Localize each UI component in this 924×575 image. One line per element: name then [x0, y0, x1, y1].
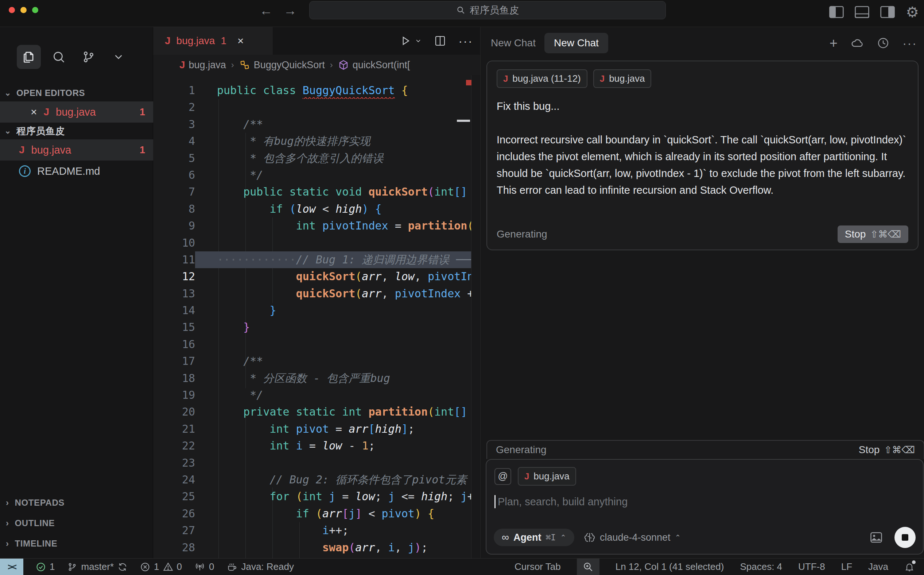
code-line-25[interactable]: 25 for (int j = low; j <= high; j++: [153, 488, 480, 505]
file-tree-item-bug-java[interactable]: Jbug.java1: [0, 139, 153, 160]
breadcrumb-item[interactable]: quickSort(int[: [338, 59, 410, 71]
editor-more-actions-icon[interactable]: ···: [458, 34, 473, 48]
chat-tab-previous[interactable]: New Chat: [491, 37, 536, 49]
git-branch-status[interactable]: master*: [67, 561, 128, 572]
code-line-27[interactable]: 27 i++;: [153, 522, 480, 539]
input-context-pill[interactable]: J bug.java: [518, 467, 576, 486]
close-tab-icon[interactable]: ×: [238, 35, 244, 47]
stop-generating-button[interactable]: Stop ⇧⌘⌫: [838, 226, 908, 243]
code-line-6[interactable]: 6 */: [153, 167, 480, 184]
settings-gear-icon[interactable]: ⚙: [906, 4, 919, 21]
tab-bug-java[interactable]: J bug.java 1 ×: [153, 27, 273, 55]
indentation-status[interactable]: Spaces: 4: [740, 561, 782, 572]
code-line-13[interactable]: 13 quickSort(arr, pivotIndex +: [153, 285, 480, 302]
chat-tab-active[interactable]: New Chat: [544, 33, 608, 53]
file-tree-item-readme-md[interactable]: iREADME.md: [0, 160, 153, 182]
project-section-header[interactable]: ⌄ 程序员鱼皮: [0, 122, 153, 139]
toggle-panel-icon[interactable]: [855, 6, 869, 18]
attach-image-icon[interactable]: [870, 532, 883, 543]
stop-generating-button[interactable]: Stop ⇧⌘⌫: [859, 444, 915, 456]
history-forward-button[interactable]: →: [284, 3, 297, 18]
code-line-7[interactable]: 7 public static void quickSort(int[] arr: [153, 184, 480, 200]
explorer-icon[interactable]: [17, 45, 41, 69]
agent-mode-selector[interactable]: ∞ Agent ⌘I ⌃: [494, 529, 574, 546]
cursor-tab-status[interactable]: Cursor Tab: [515, 561, 561, 572]
code-line-4[interactable]: 4 * 有bug的快速排序实现: [153, 133, 480, 149]
breadcrumb-item[interactable]: BuggyQuickSort: [239, 59, 325, 71]
eol-status[interactable]: LF: [841, 561, 852, 572]
history-back-button[interactable]: ←: [260, 3, 273, 18]
check-circle-icon: [36, 562, 46, 572]
split-editor-icon[interactable]: [434, 35, 446, 47]
code-line-23[interactable]: 23: [153, 454, 480, 472]
context-pill[interactable]: Jbug.java (11-12): [497, 69, 588, 88]
chat-input-card[interactable]: @ J bug.java Plan, search, build anythin…: [486, 459, 924, 554]
context-pill[interactable]: Jbug.java: [593, 69, 651, 88]
remote-indicator[interactable]: ><: [0, 559, 23, 575]
close-window-button[interactable]: [9, 7, 15, 13]
problems-status[interactable]: 1 0: [140, 561, 182, 572]
code-editor[interactable]: 1public class BuggyQuickSort {23 /**4 * …: [153, 75, 480, 558]
code-line-10[interactable]: 10: [153, 235, 480, 251]
history-icon[interactable]: [877, 37, 889, 49]
code-line-28[interactable]: 28 swap(arr, i, j);: [153, 539, 480, 556]
code-line-14[interactable]: 14 }: [153, 302, 480, 319]
toggle-primary-sidebar-icon[interactable]: [829, 6, 844, 18]
code-line-24[interactable]: 24 // Bug 2: 循环条件包含了pivot元素: [153, 472, 480, 488]
sidebar-section-notepads[interactable]: ›NOTEPADS: [0, 492, 153, 513]
command-center-search[interactable]: 程序员鱼皮: [309, 1, 666, 19]
editor-scrollbar[interactable]: [471, 75, 480, 558]
more-views-chevron-icon[interactable]: [106, 45, 130, 69]
cloud-icon[interactable]: [851, 38, 864, 49]
screencast-zoom-button[interactable]: [577, 559, 599, 575]
code-line-20[interactable]: 20 private static int partition(int[]: [153, 403, 480, 420]
open-editors-header[interactable]: ⌄ OPEN EDITORS: [0, 85, 153, 102]
code-line-15[interactable]: 15 }: [153, 319, 480, 336]
code-token: low: [322, 439, 342, 452]
code-line-9[interactable]: 9 int pivotIndex = partition(arr: [153, 218, 480, 234]
code-line-26[interactable]: 26 if (arr[j] < pivot) {: [153, 505, 480, 522]
search-view-icon[interactable]: [47, 45, 71, 69]
sidebar-section-outline[interactable]: ›OUTLINE: [0, 513, 153, 534]
code-line-19[interactable]: 19 */: [153, 387, 480, 403]
close-editor-icon[interactable]: ×: [31, 106, 37, 118]
open-editor-item[interactable]: ×Jbug.java1: [0, 102, 153, 122]
source-control-icon[interactable]: [76, 45, 101, 69]
code-line-22[interactable]: 22 int i = low - 1;: [153, 437, 480, 454]
language-mode-status[interactable]: Java: [868, 561, 888, 572]
new-chat-plus-icon[interactable]: +: [830, 35, 838, 51]
toggle-secondary-sidebar-icon[interactable]: [880, 6, 895, 18]
java-status[interactable]: Java: Ready: [227, 561, 294, 572]
code-line-2[interactable]: 2: [153, 99, 480, 116]
breadcrumb-item[interactable]: Jbug.java: [179, 59, 226, 71]
code-line-18[interactable]: 18 * 分区函数 - 包含严重bug: [153, 370, 480, 387]
zoom-window-button[interactable]: [32, 7, 38, 13]
add-context-button[interactable]: @: [494, 468, 511, 485]
code-token: swap: [217, 541, 349, 554]
chat-more-actions-icon[interactable]: ···: [902, 36, 917, 50]
code-token: public static void: [217, 185, 368, 198]
code-token: pivotIndex: [322, 219, 388, 232]
code-line-16[interactable]: 16: [153, 336, 480, 353]
code-line-8[interactable]: 8 if (low < high) {: [153, 201, 480, 218]
line-content: swap(arr, i, j);: [195, 539, 480, 556]
checks-status[interactable]: 1: [36, 561, 55, 572]
ports-status[interactable]: 0: [194, 561, 214, 572]
notifications-bell-icon[interactable]: [904, 562, 914, 572]
chat-input-field[interactable]: Plan, search, build anything: [494, 495, 915, 508]
code-line-1[interactable]: 1public class BuggyQuickSort {: [153, 82, 480, 99]
model-selector[interactable]: claude-4-sonnet ⌃: [584, 532, 681, 543]
sidebar-section-timeline[interactable]: ›TIMELINE: [0, 534, 153, 554]
run-button[interactable]: [400, 35, 422, 46]
code-line-3[interactable]: 3 /**: [153, 116, 480, 133]
code-line-17[interactable]: 17 /**: [153, 353, 480, 370]
code-line-5[interactable]: 5 * 包含多个故意引入的错误: [153, 150, 480, 167]
code-line-11[interactable]: 11············// Bug 1: 递归调用边界错误 ──────: [153, 251, 480, 268]
cursor-position-status[interactable]: Ln 12, Col 1 (41 selected): [615, 561, 724, 572]
code-line-12[interactable]: 12 quickSort(arr, low, pivotIndex: [153, 268, 480, 285]
stop-send-button[interactable]: [894, 527, 916, 548]
context-pill-label: bug.java: [609, 73, 645, 84]
encoding-status[interactable]: UTF-8: [798, 561, 825, 572]
minimize-window-button[interactable]: [21, 7, 27, 13]
code-line-21[interactable]: 21 int pivot = arr[high];: [153, 421, 480, 437]
